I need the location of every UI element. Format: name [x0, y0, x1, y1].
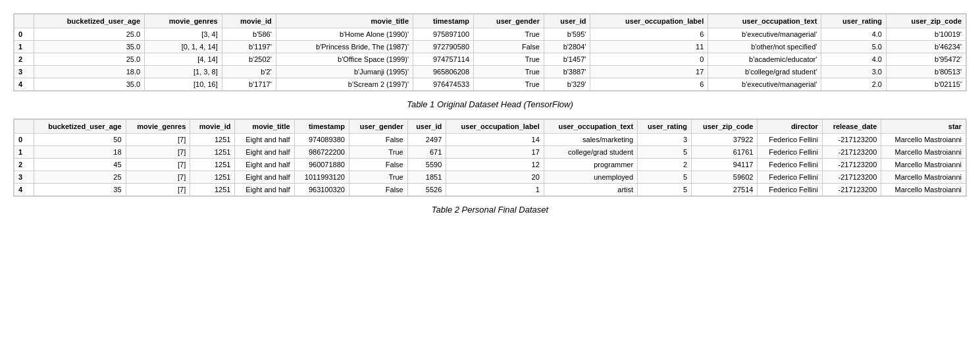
- table2-col-8: user_occupation_label: [446, 120, 544, 134]
- table2-cell-r2-c13: -217123200: [822, 159, 881, 171]
- table1-cell-r4-c0: 4: [14, 78, 34, 91]
- table2-cell-r4-c14: Marcello Mastroianni: [881, 184, 966, 196]
- table1-cell-r3-c6: True: [474, 66, 544, 78]
- table1-cell-r1-c2: [0, 1, 4, 14]: [145, 41, 222, 53]
- table2-cell-r2-c14: Marcello Mastroianni: [881, 159, 966, 171]
- table1-cell-r3-c5: 965806208: [413, 66, 474, 78]
- table1-cell-r2-c4: b'Office Space (1999)': [276, 53, 413, 66]
- table1-col-7: user_id: [544, 14, 590, 28]
- table2-cell-r4-c4: Eight and half: [235, 184, 294, 196]
- table1-cell-r2-c2: [4, 14]: [145, 53, 222, 66]
- table2-cell-r3-c13: -217123200: [822, 171, 881, 184]
- table2-caption: Table 2 Personal Final Dataset: [13, 205, 967, 215]
- table1-cell-r2-c9: b'academic/educator': [708, 53, 821, 66]
- table2-cell-r4-c5: 963100320: [294, 184, 349, 196]
- table1-col-1: bucketized_user_age: [34, 14, 145, 28]
- table2-cell-r0-c1: 50: [34, 134, 126, 146]
- table2-cell-r2-c12: Federico Fellini: [758, 159, 822, 171]
- table2-cell-r4-c8: 1: [446, 184, 544, 196]
- table2-col-5: timestamp: [294, 120, 349, 134]
- table-row: 050[7]1251Eight and half974089380False24…: [14, 134, 966, 146]
- table2-cell-r1-c9: college/grad student: [544, 146, 637, 159]
- table1-cell-r4-c1: 35.0: [34, 78, 145, 91]
- table1-cell-r1-c6: False: [474, 41, 544, 53]
- table2-cell-r3-c10: 5: [638, 171, 692, 184]
- table2-cell-r2-c3: 1251: [190, 159, 235, 171]
- table2-col-11: user_zip_code: [692, 120, 758, 134]
- table2-cell-r2-c6: False: [349, 159, 407, 171]
- table1-cell-r2-c1: 25.0: [34, 53, 145, 66]
- table1-header: bucketized_user_agemovie_genresmovie_idm…: [14, 14, 966, 28]
- table1-cell-r1-c11: b'46234': [886, 41, 966, 53]
- table2-header: bucketized_user_agemovie_genresmovie_idm…: [14, 120, 966, 134]
- table2-cell-r4-c2: [7]: [126, 184, 190, 196]
- table2-section: bucketized_user_agemovie_genresmovie_idm…: [13, 118, 967, 215]
- table2-cell-r2-c2: [7]: [126, 159, 190, 171]
- table1-cell-r0-c4: b'Home Alone (1990)': [276, 28, 413, 41]
- table2-col-6: user_gender: [349, 120, 407, 134]
- table2-cell-r2-c1: 45: [34, 159, 126, 171]
- table1-cell-r4-c2: [10, 16]: [145, 78, 222, 91]
- table2-cell-r2-c5: 960071880: [294, 159, 349, 171]
- table2-cell-r3-c8: 20: [446, 171, 544, 184]
- table-row: 435.0[10, 16]b'1717'b'Scream 2 (1997)'97…: [14, 78, 966, 91]
- table2-cell-r1-c0: 1: [14, 146, 34, 159]
- table1-cell-r0-c5: 975897100: [413, 28, 474, 41]
- table2-cell-r1-c13: -217123200: [822, 146, 881, 159]
- table2-cell-r2-c4: Eight and half: [235, 159, 294, 171]
- table2-cell-r3-c7: 1851: [407, 171, 446, 184]
- table1-cell-r4-c3: b'1717': [222, 78, 276, 91]
- table2-cell-r4-c10: 5: [638, 184, 692, 196]
- table2-cell-r3-c11: 59602: [692, 171, 758, 184]
- table2-cell-r4-c6: False: [349, 184, 407, 196]
- table1-col-9: user_occupation_text: [708, 14, 821, 28]
- table1-cell-r1-c7: b'2804': [544, 41, 590, 53]
- table2-cell-r3-c5: 1011993120: [294, 171, 349, 184]
- table2-cell-r4-c7: 5526: [407, 184, 446, 196]
- table2-cell-r3-c12: Federico Fellini: [758, 171, 822, 184]
- table2-cell-r0-c10: 3: [638, 134, 692, 146]
- table1-cell-r2-c7: b'1457': [544, 53, 590, 66]
- table2-cell-r4-c1: 35: [34, 184, 126, 196]
- table2-cell-r0-c7: 2497: [407, 134, 446, 146]
- table1-cell-r4-c11: b'02115': [886, 78, 966, 91]
- table1-col-4: movie_title: [276, 14, 413, 28]
- table1-col-3: movie_id: [222, 14, 276, 28]
- table1-cell-r3-c8: 17: [590, 66, 708, 78]
- table1-cell-r4-c8: 6: [590, 78, 708, 91]
- table1-cell-r1-c8: 11: [590, 41, 708, 53]
- table1-cell-r0-c10: 4.0: [821, 28, 887, 41]
- table1-cell-r2-c10: 4.0: [821, 53, 887, 66]
- table2-cell-r3-c2: [7]: [126, 171, 190, 184]
- table1-cell-r2-c6: True: [474, 53, 544, 66]
- table2-col-14: star: [881, 120, 966, 134]
- table1-cell-r3-c3: b'2': [222, 66, 276, 78]
- table2-cell-r3-c0: 3: [14, 171, 34, 184]
- table2-cell-r4-c13: -217123200: [822, 184, 881, 196]
- table1-cell-r3-c4: b'Jumanji (1995)': [276, 66, 413, 78]
- table1-cell-r4-c9: b'executive/managerial': [708, 78, 821, 91]
- table2-cell-r1-c14: Marcello Mastroianni: [881, 146, 966, 159]
- table2-cell-r0-c13: -217123200: [822, 134, 881, 146]
- table-row: 025.0[3, 4]b'586'b'Home Alone (1990)'975…: [14, 28, 966, 41]
- table1-cell-r0-c8: 6: [590, 28, 708, 41]
- table2-cell-r3-c6: True: [349, 171, 407, 184]
- table2-cell-r2-c9: programmer: [544, 159, 637, 171]
- table2-cell-r1-c5: 986722200: [294, 146, 349, 159]
- table1-cell-r1-c10: 5.0: [821, 41, 887, 53]
- table1-col-10: user_rating: [821, 14, 887, 28]
- table2-wrapper: bucketized_user_agemovie_genresmovie_idm…: [13, 118, 967, 197]
- table2-col-0: [14, 120, 34, 134]
- table2-cell-r1-c3: 1251: [190, 146, 235, 159]
- table-row: 318.0[1, 3, 8]b'2'b'Jumanji (1995)'96580…: [14, 66, 966, 78]
- table1-cell-r0-c9: b'executive/managerial': [708, 28, 821, 41]
- table2-cell-r4-c11: 27514: [692, 184, 758, 196]
- table1-cell-r3-c10: 3.0: [821, 66, 887, 78]
- table1-cell-r3-c7: b'3887': [544, 66, 590, 78]
- table2-cell-r1-c12: Federico Fellini: [758, 146, 822, 159]
- table-row: 245[7]1251Eight and half960071880False55…: [14, 159, 966, 171]
- table2-cell-r0-c9: sales/marketing: [544, 134, 637, 146]
- table2-cell-r3-c3: 1251: [190, 171, 235, 184]
- table1-col-5: timestamp: [413, 14, 474, 28]
- table1-body: 025.0[3, 4]b'586'b'Home Alone (1990)'975…: [14, 28, 966, 91]
